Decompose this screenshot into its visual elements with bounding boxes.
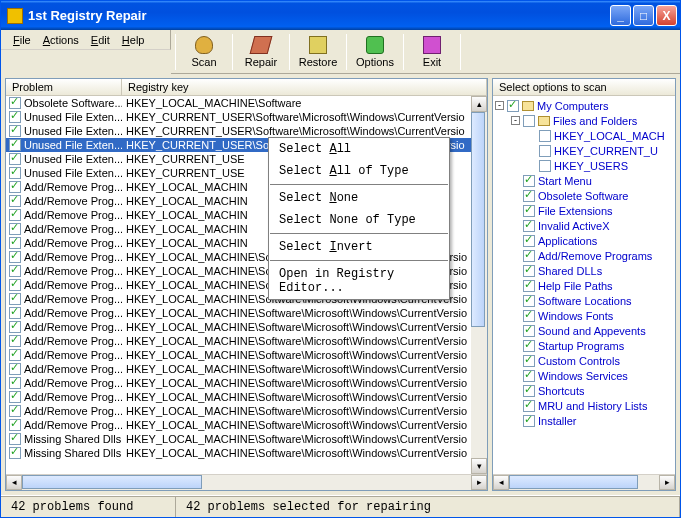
tree-checkbox[interactable] — [523, 385, 535, 397]
tree-checkbox[interactable] — [523, 400, 535, 412]
tree-checkbox[interactable] — [539, 130, 551, 142]
row-checkbox[interactable] — [9, 293, 21, 305]
tree-hkey-local-mach[interactable]: HKEY_LOCAL_MACH — [495, 128, 673, 143]
tree-hkey-current-u[interactable]: HKEY_CURRENT_U — [495, 143, 673, 158]
expand-icon[interactable]: - — [511, 116, 520, 125]
row-checkbox[interactable] — [9, 97, 21, 109]
scroll-right-icon[interactable]: ▸ — [659, 475, 675, 490]
row-checkbox[interactable] — [9, 181, 21, 193]
tree-checkbox[interactable] — [523, 340, 535, 352]
tree-checkbox[interactable] — [523, 295, 535, 307]
row-checkbox[interactable] — [9, 125, 21, 137]
tree-checkbox[interactable] — [523, 175, 535, 187]
row-checkbox[interactable] — [9, 377, 21, 389]
tree-checkbox[interactable] — [539, 145, 551, 157]
ctx-select-all-of-type[interactable]: Select All of Type — [269, 160, 449, 182]
expand-icon[interactable]: - — [495, 101, 504, 110]
row-checkbox[interactable] — [9, 167, 21, 179]
ctx-select-none-of-type[interactable]: Select None of Type — [269, 209, 449, 231]
tree-custom-controls[interactable]: Custom Controls — [495, 353, 673, 368]
tree-invalid-activex[interactable]: Invalid ActiveX — [495, 218, 673, 233]
row-checkbox[interactable] — [9, 195, 21, 207]
tree-obsolete-software[interactable]: Obsolete Software — [495, 188, 673, 203]
row-checkbox[interactable] — [9, 321, 21, 333]
restore-button[interactable]: Restore — [292, 32, 344, 72]
tree-software-locations[interactable]: Software Locations — [495, 293, 673, 308]
table-row[interactable]: Add/Remove Prog...HKEY_LOCAL_MACHINE\Sof… — [6, 390, 487, 404]
tree-checkbox[interactable] — [523, 235, 535, 247]
row-checkbox[interactable] — [9, 391, 21, 403]
tree-checkbox[interactable] — [523, 115, 535, 127]
col-problem[interactable]: Problem — [6, 79, 122, 95]
tree-mru-and-history-lists[interactable]: MRU and History Lists — [495, 398, 673, 413]
tree-checkbox[interactable] — [523, 370, 535, 382]
tree-file-extensions[interactable]: File Extensions — [495, 203, 673, 218]
tree-checkbox[interactable] — [523, 355, 535, 367]
menu-help[interactable]: Help — [122, 34, 145, 46]
exit-button[interactable]: Exit — [406, 32, 458, 72]
minimize-button[interactable]: _ — [610, 5, 631, 26]
row-checkbox[interactable] — [9, 223, 21, 235]
ctx-select-invert[interactable]: Select Invert — [269, 236, 449, 258]
menu-actions[interactable]: Actions — [43, 34, 79, 46]
tree-help-file-paths[interactable]: Help File Paths — [495, 278, 673, 293]
tree-checkbox[interactable] — [523, 280, 535, 292]
tree-add-remove-programs[interactable]: Add/Remove Programs — [495, 248, 673, 263]
scroll-left-icon[interactable]: ◂ — [493, 475, 509, 490]
row-checkbox[interactable] — [9, 307, 21, 319]
tree-my-computers[interactable]: -My Computers — [495, 98, 673, 113]
row-checkbox[interactable] — [9, 363, 21, 375]
ctx-open-in-registry-editor-[interactable]: Open in Registry Editor... — [269, 263, 449, 299]
vertical-scrollbar[interactable]: ▴ ▾ — [471, 96, 487, 474]
row-checkbox[interactable] — [9, 237, 21, 249]
row-checkbox[interactable] — [9, 251, 21, 263]
table-row[interactable]: Missing Shared DllsHKEY_LOCAL_MACHINE\So… — [6, 432, 487, 446]
row-checkbox[interactable] — [9, 139, 21, 151]
tree-shortcuts[interactable]: Shortcuts — [495, 383, 673, 398]
row-checkbox[interactable] — [9, 433, 21, 445]
table-row[interactable]: Add/Remove Prog...HKEY_LOCAL_MACHINE\Sof… — [6, 376, 487, 390]
menu-edit[interactable]: Edit — [91, 34, 110, 46]
menu-file[interactable]: File — [13, 34, 31, 46]
table-row[interactable]: Add/Remove Prog...HKEY_LOCAL_MACHINE\Sof… — [6, 320, 487, 334]
row-checkbox[interactable] — [9, 209, 21, 221]
titlebar[interactable]: 1st Registry Repair _ □ X — [1, 1, 680, 30]
row-checkbox[interactable] — [9, 447, 21, 459]
row-checkbox[interactable] — [9, 111, 21, 123]
row-checkbox[interactable] — [9, 279, 21, 291]
ctx-select-all[interactable]: Select All — [269, 138, 449, 160]
tree-checkbox[interactable] — [523, 310, 535, 322]
tree-applications[interactable]: Applications — [495, 233, 673, 248]
options-tree[interactable]: -My Computers-Files and FoldersHKEY_LOCA… — [493, 96, 675, 474]
tree-windows-services[interactable]: Windows Services — [495, 368, 673, 383]
scroll-right-icon[interactable]: ▸ — [471, 475, 487, 490]
tree-checkbox[interactable] — [539, 160, 551, 172]
table-row[interactable]: Missing Shared DllsHKEY_LOCAL_MACHINE\So… — [6, 446, 487, 460]
maximize-button[interactable]: □ — [633, 5, 654, 26]
table-row[interactable]: Unused File Exten...HKEY_CURRENT_USER\So… — [6, 110, 487, 124]
repair-button[interactable]: Repair — [235, 32, 287, 72]
tree-checkbox[interactable] — [523, 265, 535, 277]
ctx-select-none[interactable]: Select None — [269, 187, 449, 209]
scan-button[interactable]: Scan — [178, 32, 230, 72]
tree-checkbox[interactable] — [523, 190, 535, 202]
table-row[interactable]: Add/Remove Prog...HKEY_LOCAL_MACHINE\Sof… — [6, 348, 487, 362]
row-checkbox[interactable] — [9, 153, 21, 165]
row-checkbox[interactable] — [9, 335, 21, 347]
tree-startup-programs[interactable]: Startup Programs — [495, 338, 673, 353]
row-checkbox[interactable] — [9, 419, 21, 431]
table-row[interactable]: Add/Remove Prog...HKEY_LOCAL_MACHINE\Sof… — [6, 334, 487, 348]
scroll-up-icon[interactable]: ▴ — [471, 96, 487, 112]
row-checkbox[interactable] — [9, 349, 21, 361]
tree-sound-and-appevents[interactable]: Sound and Appevents — [495, 323, 673, 338]
tree-shared-dlls[interactable]: Shared DLLs — [495, 263, 673, 278]
tree-checkbox[interactable] — [523, 220, 535, 232]
scroll-left-icon[interactable]: ◂ — [6, 475, 22, 490]
table-row[interactable]: Add/Remove Prog...HKEY_LOCAL_MACHINE\Sof… — [6, 404, 487, 418]
scroll-down-icon[interactable]: ▾ — [471, 458, 487, 474]
tree-checkbox[interactable] — [523, 415, 535, 427]
tree-checkbox[interactable] — [523, 325, 535, 337]
table-row[interactable]: Obsolete Software...HKEY_LOCAL_MACHINE\S… — [6, 96, 487, 110]
horizontal-scrollbar-right[interactable]: ◂ ▸ — [493, 474, 675, 490]
table-row[interactable]: Add/Remove Prog...HKEY_LOCAL_MACHINE\Sof… — [6, 306, 487, 320]
